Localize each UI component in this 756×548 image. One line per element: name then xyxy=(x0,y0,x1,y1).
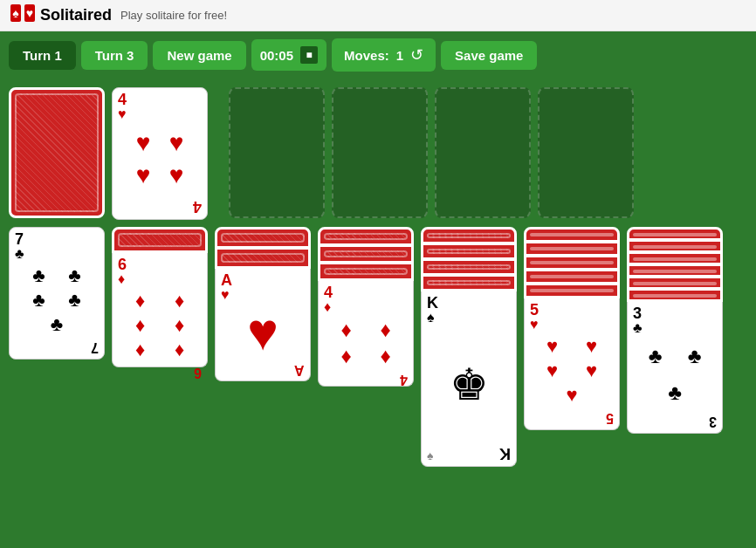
tableau-col-5: K ♠ ♚ ♠ K xyxy=(421,227,517,467)
pause-button[interactable]: ■ xyxy=(300,46,318,64)
new-game-button[interactable]: New game xyxy=(153,41,245,70)
reset-button[interactable]: ↺ xyxy=(410,45,423,65)
face-down-card xyxy=(421,227,517,244)
save-game-button[interactable]: Save game xyxy=(441,41,537,70)
logo-icon: ♠ ♥ xyxy=(10,4,35,27)
svg-text:♥: ♥ xyxy=(26,6,33,20)
header: ♠ ♥ Solitaired Play solitaire for free! xyxy=(0,0,756,31)
moves-label: Moves: xyxy=(344,48,389,63)
face-down-card xyxy=(421,258,517,276)
card-6d[interactable]: 6 ♦ ♦ ♦ ♦ ♦ ♦ ♦ 6 xyxy=(112,253,208,367)
suit-3: ♥ xyxy=(128,161,158,191)
tableau-col-2: 6 ♦ ♦ ♦ ♦ ♦ ♦ ♦ 6 xyxy=(112,227,208,367)
card-7c[interactable]: 7 ♣ ♣ ♣ ♣ ♣ ♣ 7 xyxy=(9,227,105,360)
tableau-col-1: 7 ♣ ♣ ♣ ♣ ♣ ♣ 7 xyxy=(9,227,105,360)
waste-rank-bottom: 4 xyxy=(193,197,202,216)
top-row: 4 ♥ ♥ ♥ ♥ ♥ 4 xyxy=(9,87,747,220)
tableau-col-4: 4 ♦ ♦ ♦ ♦ ♦ 4 xyxy=(318,227,414,387)
face-down-card xyxy=(318,244,414,264)
tableau: 7 ♣ ♣ ♣ ♣ ♣ ♣ 7 xyxy=(9,227,747,467)
card-ks[interactable]: K ♠ ♚ ♠ K xyxy=(421,291,517,467)
face-down-card xyxy=(318,227,414,246)
face-down-card xyxy=(421,243,517,260)
tableau-col-6: 5 ♥ ♥ ♥ ♥ ♥ ♥ 5 xyxy=(524,227,620,430)
waste-rank: 4 xyxy=(118,92,127,107)
site-name: Solitaired xyxy=(40,6,112,24)
card-ah[interactable]: A ♥ ♥ A xyxy=(215,269,311,381)
face-down-card xyxy=(112,227,208,253)
face-down-card xyxy=(524,283,620,298)
foundation-2[interactable] xyxy=(332,87,428,218)
tableau-col-7: 3 ♣ ♣ ♣ ♣ 3 xyxy=(627,227,723,434)
svg-text:♠: ♠ xyxy=(12,6,19,20)
stock-pile[interactable] xyxy=(9,87,105,218)
timer-value: 00:05 xyxy=(260,48,293,63)
foundation-3[interactable] xyxy=(435,87,531,218)
game-area: 4 ♥ ♥ ♥ ♥ ♥ 4 xyxy=(0,79,756,548)
face-down-card xyxy=(215,227,311,249)
face-down-card xyxy=(318,262,414,281)
suit-1: ♥ xyxy=(128,128,158,158)
turn3-button[interactable]: Turn 3 xyxy=(81,41,148,70)
toolbar: Turn 1 Turn 3 New game 00:05 ■ Moves: 1 … xyxy=(0,31,756,79)
foundation-4[interactable] xyxy=(538,87,634,218)
suit-2: ♥ xyxy=(162,128,191,158)
waste-suit-top: ♥ xyxy=(118,107,127,121)
moves-count: 1 xyxy=(396,48,403,63)
foundation-1[interactable] xyxy=(229,87,325,218)
face-down-card xyxy=(421,274,517,291)
turn1-button[interactable]: Turn 1 xyxy=(9,41,76,70)
tableau-col-3: A ♥ ♥ A xyxy=(215,227,311,381)
suit-4: ♥ xyxy=(162,161,191,191)
face-down-card xyxy=(215,247,311,269)
card-3c[interactable]: 3 ♣ ♣ ♣ ♣ 3 xyxy=(627,302,723,434)
waste-pile[interactable]: 4 ♥ ♥ ♥ ♥ ♥ 4 xyxy=(112,87,208,220)
card-4d[interactable]: 4 ♦ ♦ ♦ ♦ ♦ 4 xyxy=(318,281,414,387)
tagline: Play solitaire for free! xyxy=(120,9,227,22)
face-down-card xyxy=(627,288,723,302)
card-5h[interactable]: 5 ♥ ♥ ♥ ♥ ♥ ♥ 5 xyxy=(524,298,620,430)
moves-display: Moves: 1 ↺ xyxy=(332,38,436,72)
timer-display: 00:05 ■ xyxy=(251,39,326,71)
